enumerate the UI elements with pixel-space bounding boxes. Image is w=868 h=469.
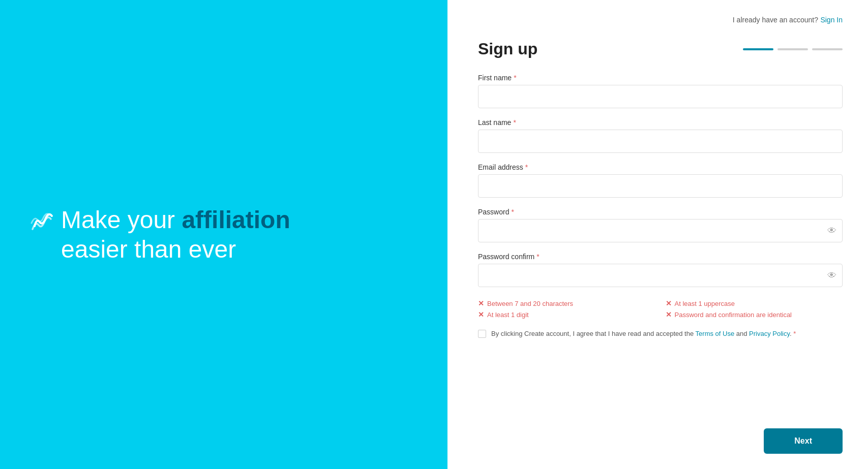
terms-checkbox[interactable] — [478, 330, 486, 338]
logo-row: Make your affiliation — [31, 205, 290, 235]
email-input[interactable] — [478, 174, 843, 198]
validation-x-3: ✕ — [666, 310, 672, 319]
password-required: * — [511, 208, 514, 216]
password-confirm-required: * — [536, 253, 539, 261]
progress-step-2 — [777, 48, 808, 50]
password-confirm-group: Password confirm * 👁 — [478, 253, 843, 287]
right-panel: I already have an account? Sign In Sign … — [447, 0, 868, 469]
password-confirm-label: Password confirm * — [478, 253, 843, 261]
brand-logo-icon — [31, 208, 55, 232]
last-name-required: * — [513, 118, 516, 127]
top-bar: I already have an account? Sign In — [478, 15, 843, 24]
terms-row: By clicking Create account, I agree that… — [478, 329, 843, 339]
last-name-label-text: Last name — [478, 118, 511, 127]
validation-text-1: At least 1 uppercase — [675, 300, 735, 307]
terms-required-marker: * — [793, 330, 796, 337]
validation-text-0: Between 7 and 20 characters — [487, 300, 573, 307]
progress-step-3 — [812, 48, 843, 50]
password-toggle-icon[interactable]: 👁 — [827, 226, 836, 236]
password-confirm-label-text: Password confirm — [478, 253, 534, 261]
validation-text-3: Password and confirmation are identical — [675, 311, 792, 319]
password-wrapper: 👁 — [478, 219, 843, 242]
tagline-line1: Make your affiliation — [61, 205, 290, 235]
validation-item-3: ✕ Password and confirmation are identica… — [666, 310, 843, 319]
form-header: Sign up — [478, 40, 843, 58]
terms-of-use-link[interactable]: Terms of Use — [696, 330, 735, 337]
validation-text-2: At least 1 digit — [487, 311, 529, 319]
sign-up-title: Sign up — [478, 40, 537, 58]
email-label-text: Email address — [478, 163, 523, 171]
password-label: Password * — [478, 208, 843, 216]
terms-text: By clicking Create account, I agree that… — [491, 329, 796, 339]
last-name-input[interactable] — [478, 130, 843, 153]
progress-step-1 — [743, 48, 773, 50]
first-name-label: First name * — [478, 74, 843, 82]
progress-steps — [743, 48, 843, 50]
next-button[interactable]: Next — [764, 428, 843, 454]
password-confirm-input[interactable] — [478, 264, 843, 287]
password-group: Password * 👁 — [478, 208, 843, 242]
left-panel: Make your affiliation easier than ever — [0, 0, 447, 469]
tagline-line2: easier than ever — [31, 235, 290, 264]
first-name-input[interactable] — [478, 85, 843, 108]
logo-tagline: Make your affiliation easier than ever — [31, 205, 290, 264]
first-name-label-text: First name — [478, 74, 512, 82]
password-confirm-wrapper: 👁 — [478, 264, 843, 287]
validation-x-2: ✕ — [478, 310, 484, 319]
first-name-required: * — [514, 74, 516, 82]
tagline-affiliation: affiliation — [182, 206, 290, 233]
password-label-text: Password — [478, 208, 509, 216]
validation-x-1: ✕ — [666, 299, 672, 307]
sign-in-link[interactable]: Sign In — [820, 16, 843, 24]
email-group: Email address * — [478, 163, 843, 198]
password-input[interactable] — [478, 219, 843, 242]
privacy-policy-link[interactable]: Privacy Policy — [749, 330, 790, 337]
password-confirm-toggle-icon[interactable]: 👁 — [827, 270, 836, 281]
last-name-group: Last name * — [478, 118, 843, 153]
email-label: Email address * — [478, 163, 843, 171]
bottom-bar: Next — [478, 413, 843, 454]
first-name-group: First name * — [478, 74, 843, 108]
last-name-label: Last name * — [478, 118, 843, 127]
already-account-text: I already have an account? — [733, 16, 818, 24]
email-required: * — [525, 163, 528, 171]
validation-item-1: ✕ At least 1 uppercase — [666, 299, 843, 307]
validation-item-2: ✕ At least 1 digit — [478, 310, 655, 319]
validation-item-0: ✕ Between 7 and 20 characters — [478, 299, 655, 307]
validation-x-0: ✕ — [478, 299, 484, 307]
validation-grid: ✕ Between 7 and 20 characters ✕ At least… — [478, 299, 843, 319]
